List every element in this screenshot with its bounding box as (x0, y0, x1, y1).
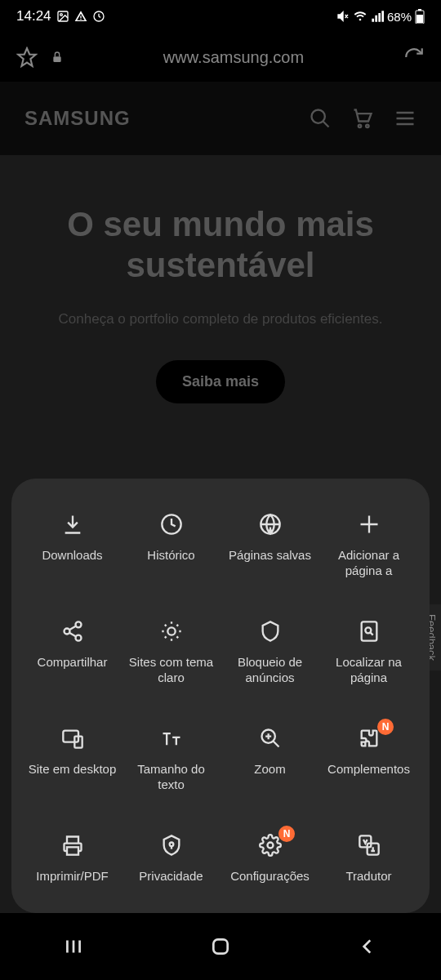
svg-rect-16 (361, 621, 376, 640)
site-header: SAMSUNG (0, 82, 441, 155)
plus-icon (356, 511, 382, 537)
menu-label: Zoom (254, 761, 285, 777)
saved-pages-icon (257, 511, 283, 537)
svg-rect-26 (213, 939, 227, 953)
new-badge: N (377, 719, 394, 735)
battery-icon (415, 9, 425, 24)
menu-print-pdf[interactable]: Imprimir/PDF (23, 832, 122, 884)
shield-icon (257, 618, 283, 644)
menu-label: Páginas salvas (229, 547, 311, 564)
menu-label: Histórico (147, 547, 194, 564)
menu-label: Complementos (327, 761, 410, 777)
cart-icon[interactable] (351, 107, 374, 130)
menu-translator[interactable]: Tradutor (319, 832, 418, 884)
menu-text-size[interactable]: Tamanho do texto (122, 725, 220, 793)
menu-find-in-page[interactable]: Localizar na página (319, 618, 418, 686)
clock: 14:24 (16, 8, 51, 24)
new-badge: N (278, 826, 295, 842)
svg-point-12 (75, 621, 81, 627)
back-button[interactable] (355, 934, 380, 959)
site-search-icon[interactable] (309, 107, 332, 130)
battery-text: 68% (387, 10, 412, 24)
warning-icon (74, 10, 87, 23)
menu-desktop-site[interactable]: Site em desktop (23, 725, 122, 793)
hero-title: O seu mundo mais sustentável (24, 204, 416, 287)
system-nav-bar (0, 913, 441, 980)
zoom-icon (257, 725, 283, 751)
svg-point-1 (60, 14, 62, 16)
desktop-icon (60, 725, 86, 751)
menu-history[interactable]: Histórico (122, 511, 220, 579)
svg-point-15 (167, 627, 175, 635)
lock-icon (51, 51, 64, 64)
browser-address-bar: www.samsung.com (0, 33, 441, 82)
text-size-icon (158, 725, 185, 751)
menu-label: Tradutor (345, 868, 391, 884)
url-text[interactable]: www.samsung.com (77, 48, 390, 67)
svg-point-14 (75, 635, 81, 640)
status-left: 14:24 (16, 8, 105, 24)
clock-icon (92, 10, 105, 23)
hero-section: O seu mundo mais sustentável Conheça o p… (0, 155, 441, 428)
menu-ad-blocker[interactable]: Bloqueio de anúncios (220, 618, 319, 686)
browser-menu-sheet: Downloads Histórico Páginas salvas Adici… (11, 479, 430, 914)
reload-icon[interactable] (403, 47, 425, 68)
find-in-page-icon (356, 618, 382, 644)
home-button[interactable] (208, 934, 233, 959)
hamburger-icon[interactable] (394, 107, 416, 130)
menu-addons[interactable]: N Complementos (319, 725, 418, 793)
privacy-icon (158, 832, 185, 858)
recents-button[interactable] (61, 934, 86, 959)
image-icon (56, 10, 69, 23)
menu-light-theme-sites[interactable]: Sites com tema claro (122, 618, 220, 686)
svg-point-23 (267, 842, 273, 848)
bookmark-star-icon[interactable] (16, 47, 38, 68)
menu-label: Sites com tema claro (127, 654, 216, 686)
menu-label: Tamanho do texto (127, 761, 216, 793)
menu-label: Configurações (230, 868, 310, 884)
menu-label: Compartilhar (38, 654, 108, 670)
svg-rect-21 (67, 847, 78, 854)
menu-saved-pages[interactable]: Páginas salvas (220, 511, 319, 579)
menu-zoom[interactable]: Zoom (220, 725, 319, 793)
download-icon (60, 511, 86, 537)
sun-icon (158, 618, 185, 644)
menu-add-page-to[interactable]: Adicionar a página a (319, 511, 418, 579)
menu-privacy[interactable]: Privacidade (122, 832, 220, 884)
menu-label: Downloads (42, 547, 102, 564)
print-icon (60, 832, 86, 858)
wifi-icon (353, 10, 368, 23)
history-icon (158, 511, 185, 537)
menu-label: Localizar na página (324, 654, 414, 686)
menu-settings[interactable]: N Configurações (220, 832, 319, 884)
cta-button[interactable]: Saiba mais (156, 360, 285, 403)
status-right: 68% (336, 9, 425, 24)
menu-label: Bloqueio de anúncios (225, 654, 315, 686)
menu-share[interactable]: Compartilhar (23, 618, 122, 686)
share-icon (60, 618, 86, 644)
signal-icon (371, 10, 384, 23)
svg-point-7 (312, 110, 325, 123)
menu-label: Privacidade (139, 868, 203, 884)
hero-subtitle: Conheça o portfolio completo de produtos… (24, 311, 416, 327)
menu-label: Site em desktop (29, 761, 117, 777)
svg-point-9 (366, 125, 369, 128)
svg-point-13 (64, 628, 69, 634)
svg-rect-6 (53, 56, 60, 62)
menu-downloads[interactable]: Downloads (23, 511, 122, 579)
menu-label: Adicionar a página a (324, 547, 414, 579)
svg-point-8 (359, 125, 362, 128)
status-bar: 14:24 68% (0, 0, 441, 33)
mute-icon (336, 10, 350, 23)
translate-icon (356, 832, 382, 858)
svg-rect-5 (416, 15, 423, 23)
svg-point-22 (169, 842, 173, 846)
menu-label: Imprimir/PDF (36, 868, 108, 884)
svg-rect-4 (418, 9, 421, 11)
site-logo[interactable]: SAMSUNG (24, 107, 131, 130)
